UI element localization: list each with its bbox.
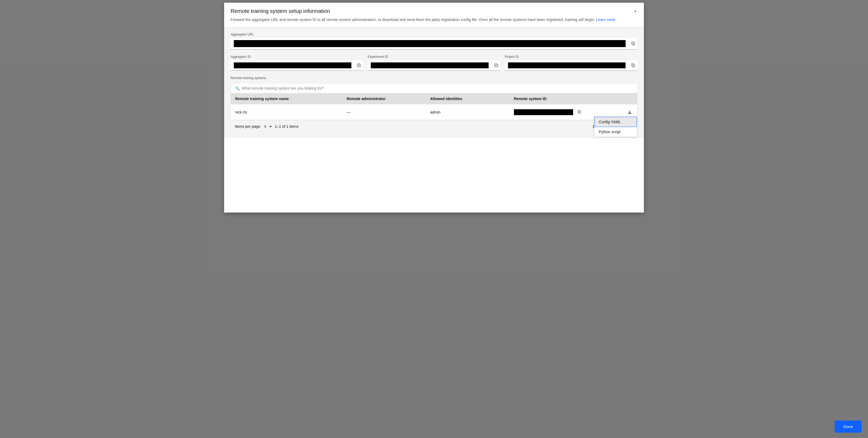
ids-section: Aggregator ID Experiment ID <box>230 55 638 71</box>
experiment-id-input-wrapper <box>368 60 500 71</box>
aggregator-id-field: Aggregator ID <box>230 55 363 71</box>
download-dropdown: Config YAML Python script <box>594 117 637 137</box>
experiment-id-field: Experiment ID <box>368 55 500 71</box>
td-actions: Config YAML Python script <box>621 105 637 120</box>
download-icon <box>627 110 632 114</box>
aggregator-id-label: Aggregator ID <box>230 55 363 59</box>
th-system-id: Remote system ID <box>509 93 621 104</box>
dropdown-item-config-yaml[interactable]: Config YAML <box>594 117 637 127</box>
svg-rect-9 <box>578 110 580 113</box>
th-identities: Allowed identities <box>426 93 509 104</box>
copy-icon <box>578 110 581 114</box>
table-footer: Items per page: 5 10 25 1–1 of 1 items 1 <box>230 120 638 133</box>
items-per-page-label: Items per page: <box>235 124 261 129</box>
sort-icon: ↑ <box>290 97 292 100</box>
table-header: Remote training system name ↑ Remote adm… <box>231 93 637 104</box>
aggregator-url-label: Aggregator URL <box>230 33 638 36</box>
svg-rect-1 <box>631 42 634 44</box>
th-admin: Remote administrator <box>342 93 426 104</box>
system-id-copy-button[interactable] <box>575 107 583 117</box>
modal-header: Remote training system setup information… <box>224 3 644 27</box>
modal-overlay: Remote training system setup information… <box>0 0 868 438</box>
th-name: Remote training system name ↑ <box>231 93 342 104</box>
rts-section-label: Remote training systems <box>230 76 638 80</box>
search-icon: 🔍 <box>235 86 240 90</box>
search-input[interactable] <box>242 86 633 90</box>
aggregator-url-section: Aggregator URL <box>230 33 638 50</box>
rts-table: Remote training system name ↑ Remote adm… <box>230 93 638 120</box>
aggregator-url-copy-button[interactable] <box>629 39 638 49</box>
table-row: nick rts — admin <box>231 104 637 120</box>
svg-rect-2 <box>358 64 361 67</box>
svg-rect-6 <box>632 64 635 67</box>
modal-title: Remote training system setup information <box>230 8 638 14</box>
experiment-id-label: Experiment ID <box>368 55 500 59</box>
td-identities: admin <box>426 107 509 118</box>
items-per-page-dropdown[interactable]: 5 10 25 <box>263 124 273 129</box>
items-per-page-select[interactable]: 5 10 25 <box>263 124 273 129</box>
learn-more-link[interactable]: Learn more <box>596 18 615 22</box>
pagination-left: Items per page: 5 10 25 1–1 of 1 items <box>235 124 299 129</box>
dropdown-item-python-script[interactable]: Python script <box>594 127 637 137</box>
copy-icon <box>494 63 498 67</box>
project-id-input-wrapper <box>505 60 638 71</box>
copy-icon <box>631 63 635 67</box>
search-wrapper: 🔍 <box>231 84 637 93</box>
done-button[interactable]: Done <box>835 420 862 433</box>
td-admin: — <box>342 107 426 118</box>
search-section: 🔍 <box>230 83 638 93</box>
copy-icon <box>357 63 361 67</box>
svg-rect-5 <box>495 63 497 66</box>
project-id-field: Project ID <box>505 55 638 71</box>
th-actions <box>621 93 637 104</box>
svg-rect-0 <box>632 42 635 45</box>
items-count: 1–1 of 1 items <box>275 124 299 129</box>
modal-description: Forward the aggregator URL and remote sy… <box>230 17 638 23</box>
svg-rect-7 <box>631 63 634 66</box>
aggregator-url-input-wrapper <box>230 38 638 50</box>
td-name: nick rts <box>231 107 342 118</box>
copy-icon <box>631 41 635 45</box>
modal: Remote training system setup information… <box>224 3 644 213</box>
download-button[interactable] <box>625 108 634 117</box>
aggregator-id-copy-button[interactable] <box>354 61 363 70</box>
rts-section: Remote training systems 🔍 Remote trainin… <box>230 76 638 133</box>
svg-rect-3 <box>357 63 360 66</box>
project-id-copy-button[interactable] <box>629 61 638 70</box>
aggregator-id-input-wrapper <box>230 60 363 71</box>
modal-content: Aggregator URL Aggregator ID <box>224 27 644 138</box>
project-id-label: Project ID <box>505 55 638 59</box>
system-id-mask <box>514 109 573 115</box>
close-button[interactable]: × <box>631 7 640 15</box>
experiment-id-copy-button[interactable] <box>492 61 500 70</box>
svg-rect-4 <box>495 64 498 67</box>
svg-rect-8 <box>579 111 581 113</box>
